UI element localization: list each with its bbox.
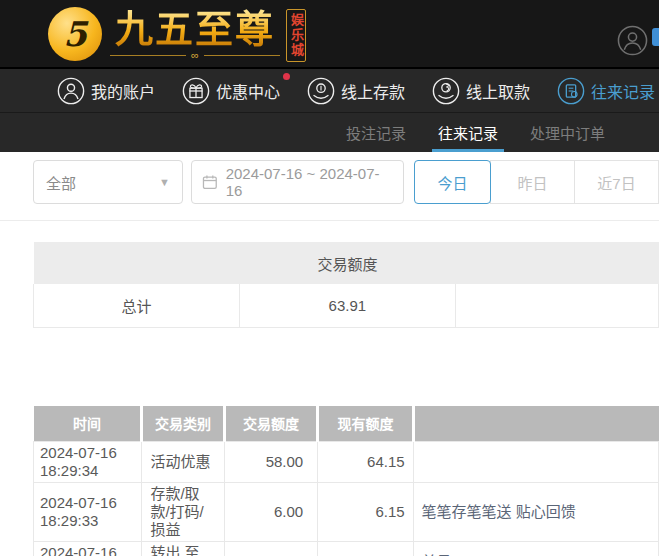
cell-balance: 64.15 (318, 442, 413, 483)
main-nav: 我的账户 优惠中心 线上存款 线上取款 (0, 69, 659, 112)
records-icon (557, 77, 585, 105)
logo-flourish-icon: ∞ (110, 49, 280, 61)
col-header-remark (413, 406, 658, 442)
date-range-value: 2024-07-16 ~ 2024-07-16 (226, 165, 393, 199)
table-row: 2024-07-16 18:29:33 存款/取款/打码/损益 6.00 6.1… (34, 483, 659, 542)
transactions-table: 时间 交易类别 交易额度 现有额度 2024-07-16 18:29:34 活动… (33, 406, 659, 556)
corner-service-icon[interactable] (652, 28, 659, 46)
tab-transaction-records[interactable]: 往来记录 (436, 113, 500, 152)
record-tabs: 投注记录 往来记录 处理中订单 (0, 112, 659, 152)
summary-header-cutoff (455, 242, 658, 284)
yesterday-button[interactable]: 昨日 (490, 160, 575, 204)
cell-type: 活动优惠 (142, 442, 224, 483)
cell-balance: 0.15 (318, 542, 413, 556)
cell-type: 转出 至 BG视讯 (142, 542, 224, 556)
logo[interactable]: 5 九五至尊 ∞ 娱乐城 (48, 7, 306, 62)
type-select[interactable]: 全部 ▼ (33, 160, 183, 204)
cell-amount: 58.00 (224, 442, 318, 483)
date-range-input[interactable]: 2024-07-16 ~ 2024-07-16 (191, 160, 404, 204)
avatar-icon[interactable] (617, 25, 648, 56)
summary-header-amount: 交易额度 (240, 242, 455, 284)
table-row: 2024-07-16 18:07:20 转出 至 BG视讯 -1,852.00 … (34, 542, 659, 556)
nav-label: 线上取款 (466, 79, 530, 103)
summary-value-cutoff (455, 284, 658, 327)
notification-dot (283, 73, 290, 80)
cell-type: 存款/取款/打码/损益 (142, 483, 224, 542)
cell-amount: 6.00 (224, 483, 318, 542)
table-header-row: 时间 交易类别 交易额度 现有额度 (34, 406, 659, 442)
logo-monogram-icon: 5 (48, 7, 102, 61)
nav-label: 优惠中心 (216, 79, 280, 103)
cell-remark: 单号:115500472560 (413, 542, 658, 556)
summary-total-label: 总计 (34, 284, 240, 327)
col-header-amount: 交易额度 (224, 406, 318, 442)
nav-item-my-account[interactable]: 我的账户 (57, 77, 155, 105)
summary-table: 交易额度 总计 63.91 (33, 242, 659, 328)
last7days-button[interactable]: 近7日 (574, 160, 659, 204)
nav-label: 往来记录 (591, 79, 655, 103)
withdraw-icon (432, 77, 460, 105)
summary-header-empty (34, 242, 240, 284)
cell-remark: 笔笔存笔笔送 贴心回馈 (413, 483, 658, 542)
nav-label: 线上存款 (341, 79, 405, 103)
table-row: 2024-07-16 18:29:34 活动优惠 58.00 64.15 (34, 442, 659, 483)
col-header-type: 交易类别 (142, 406, 224, 442)
cell-time: 2024-07-16 18:29:34 (34, 442, 142, 483)
today-button[interactable]: 今日 (414, 160, 491, 204)
nav-item-withdraw[interactable]: 线上取款 (432, 77, 530, 105)
tab-betting-records[interactable]: 投注记录 (344, 113, 408, 152)
type-select-value: 全部 (46, 172, 76, 193)
filter-row: 全部 ▼ 2024-07-16 ~ 2024-07-16 今日 昨日 近7日 (33, 160, 659, 204)
user-icon (57, 77, 85, 105)
gift-icon (182, 77, 210, 105)
tab-processing-orders[interactable]: 处理中订单 (528, 113, 607, 152)
calendar-icon (202, 174, 218, 190)
brand-badge: 娱乐城 (286, 9, 306, 62)
chevron-down-icon: ▼ (159, 176, 170, 188)
summary-total-value: 63.91 (240, 284, 455, 327)
cell-amount: -1,852.00 (224, 542, 318, 556)
col-header-balance: 现有额度 (318, 406, 413, 442)
brand-header: 5 九五至尊 ∞ 娱乐城 (0, 0, 659, 69)
quick-date-buttons: 今日 昨日 近7日 (414, 160, 659, 204)
summary-row: 总计 63.91 (34, 284, 659, 327)
nav-item-deposit[interactable]: 线上存款 (307, 77, 405, 105)
cell-time: 2024-07-16 18:07:20 (34, 542, 142, 556)
cell-remark (413, 442, 658, 483)
brand-name: 九五至尊 (115, 7, 275, 51)
cell-balance: 6.15 (318, 483, 413, 542)
nav-label: 我的账户 (91, 79, 155, 103)
col-header-time: 时间 (34, 406, 142, 442)
cell-time: 2024-07-16 18:29:33 (34, 483, 142, 542)
nav-item-promotions[interactable]: 优惠中心 (182, 77, 280, 105)
deposit-icon (307, 77, 335, 105)
nav-item-records[interactable]: 往来记录 (557, 77, 655, 105)
section-divider (0, 220, 659, 221)
